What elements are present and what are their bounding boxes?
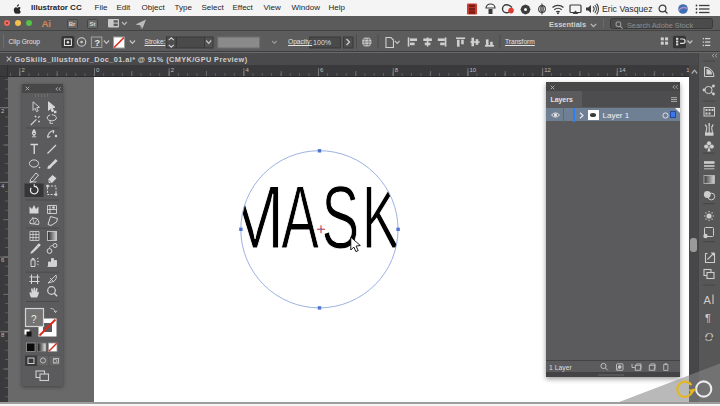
- svg-text:Eric Vasquez: Eric Vasquez: [602, 4, 653, 14]
- svg-text:O: O: [705, 329, 714, 343]
- svg-text:100%: 100%: [313, 39, 332, 47]
- svg-text:ASK: ASK: [281, 168, 402, 267]
- svg-text:?: ?: [31, 313, 37, 324]
- svg-text:¶: ¶: [705, 312, 711, 324]
- svg-text:M: M: [226, 168, 285, 266]
- svg-text:A: A: [704, 293, 712, 305]
- svg-text:?: ?: [94, 38, 99, 48]
